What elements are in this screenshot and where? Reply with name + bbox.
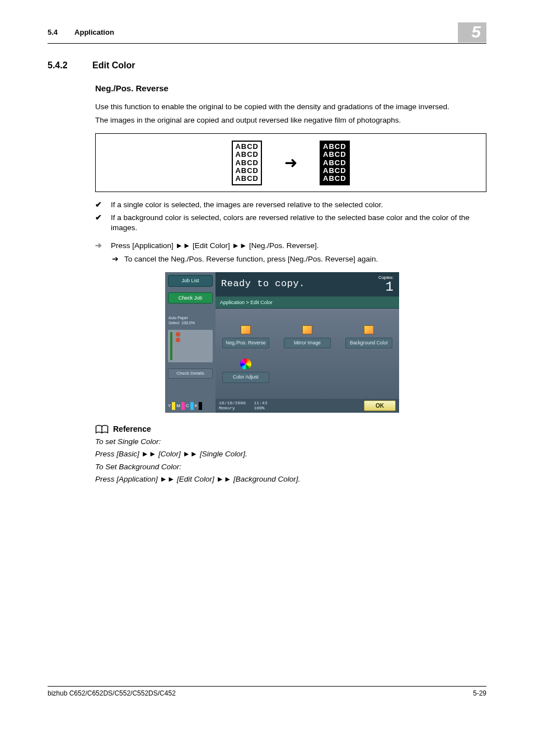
reverse-diagram: ABCD ABCD ABCD ABCD ABCD ➜ ABCD ABCD ABC… (95, 133, 486, 192)
section-title: Edit Color (92, 59, 135, 72)
section-heading: 5.4.2 Edit Color (48, 59, 486, 72)
mirror-image-button[interactable]: Mirror Image (284, 323, 331, 348)
header-section-name: Application (74, 27, 114, 38)
check-details-button[interactable]: Check Details (168, 368, 213, 379)
diagram-original: ABCD ABCD ABCD ABCD ABCD (232, 141, 262, 185)
footer-model: bizhub C652/C652DS/C552/C552DS/C452 (48, 689, 176, 698)
check-icon: ✔ (95, 213, 103, 223)
page-footer: bizhub C652/C652DS/C552/C552DS/C452 5-29 (48, 686, 486, 698)
bottom-bar: 10/10/2008 11:43 Memory 100% OK (216, 399, 399, 413)
check-icon: ✔ (95, 200, 103, 210)
header-section-num: 5.4 (48, 27, 58, 38)
reference-title: Reference (113, 424, 151, 435)
settings-preview (168, 330, 213, 362)
color-adjust-button[interactable]: Color Adjust (222, 357, 269, 382)
reference-heading: Reference (48, 424, 486, 435)
section-number: 5.4.2 (48, 59, 76, 72)
subsection-title: Neg./Pos. Reverse (95, 83, 486, 94)
job-list-tab[interactable]: Job List (168, 275, 213, 286)
diagram-reversed: ABCD ABCD ABCD ABCD ABCD (320, 141, 350, 185)
footer-page: 5-29 (473, 689, 486, 698)
touch-panel-screenshot: Job List Check Job Auto Paper Select 100… (165, 272, 399, 413)
intro-p2: The images in the original are copied an… (48, 115, 486, 125)
book-icon (95, 424, 109, 435)
chapter-badge: 5 (458, 22, 486, 43)
ref-line-3: To Set Background Color: (48, 462, 486, 472)
intro-p1: Use this function to enable the original… (48, 102, 486, 112)
copies-count: 1 (386, 279, 394, 295)
arrow-right-icon: ➔ (112, 254, 119, 264)
breadcrumb: Application > Edit Color (216, 296, 399, 309)
page-header: 5.4 Application 5 (48, 22, 486, 44)
arrow-right-icon: ➔ (95, 241, 103, 251)
color-wheel-icon (240, 358, 251, 370)
subsection-heading: Neg./Pos. Reverse (48, 83, 486, 94)
status-bar: Ready to copy. Copies: 1 (216, 272, 399, 296)
step-1-sub: ➔ To cancel the Neg./Pos. Reverse functi… (48, 254, 486, 264)
arrow-right-icon: ➜ (284, 152, 297, 174)
paper-zoom-info: Auto Paper Select 100.0% (165, 313, 216, 328)
status-message: Ready to copy. (221, 278, 305, 291)
bullet-2: ✔ If a background color is selected, col… (48, 213, 486, 233)
toner-levels: Y M C K (165, 398, 216, 413)
background-color-button[interactable]: Background Color (345, 323, 392, 348)
neg-pos-reverse-button[interactable]: Neg./Pos. Reverse (222, 323, 269, 348)
options-area: Neg./Pos. Reverse Mirror Image Backgroun… (216, 309, 399, 399)
ref-line-2: Press [Basic] ►► [Color] ►► [Single Colo… (48, 449, 486, 459)
ref-line-1: To set Single Color: (48, 437, 486, 447)
check-job-tab[interactable]: Check Job (168, 292, 213, 304)
bullet-1: ✔ If a single color is selected, the ima… (48, 200, 486, 210)
side-panel: Job List Check Job Auto Paper Select 100… (165, 272, 216, 413)
ok-button[interactable]: OK (364, 400, 396, 412)
step-1: ➔ Press [Application] ►► [Edit Color] ►►… (48, 241, 486, 251)
ref-line-4: Press [Application] ►► [Edit Color] ►► [… (48, 474, 486, 484)
